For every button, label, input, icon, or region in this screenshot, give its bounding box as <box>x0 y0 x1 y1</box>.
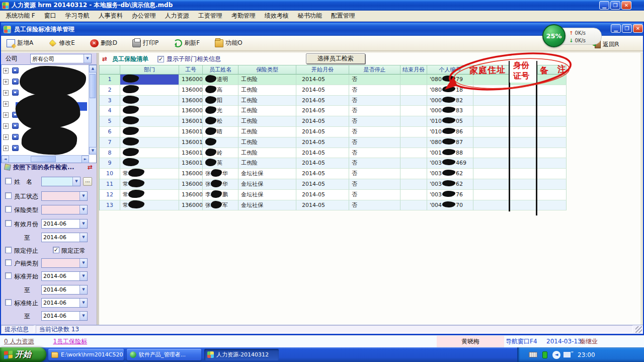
chevron-down-icon[interactable]: ▼ <box>79 220 87 228</box>
start-button[interactable]: 开始 <box>0 347 46 362</box>
limit-stop-checkbox[interactable] <box>5 247 12 253</box>
usb-device-icon[interactable] <box>542 351 547 358</box>
tree-expand-icon[interactable]: + <box>3 146 9 151</box>
table-row[interactable]: 91360014英工伤险2014-05否'003469 <box>100 158 567 169</box>
column-header[interactable]: 是否停止 <box>349 65 400 75</box>
taskbar-task-2[interactable]: 人力资源-20140312 <box>204 349 279 360</box>
menu-item-0[interactable]: 系统功能 F <box>1 11 40 21</box>
company-select[interactable]: 所有公司 ▼ <box>30 54 92 63</box>
chevron-down-icon[interactable]: ▼ <box>79 205 87 214</box>
column-header[interactable]: 个人编号 <box>427 65 473 75</box>
menu-item-3[interactable]: 人事资料 <box>94 11 127 21</box>
refresh-button[interactable]: 刷新F <box>171 37 202 49</box>
chevron-down-icon[interactable]: ▼ <box>79 272 87 280</box>
column-header[interactable]: 部门 <box>120 65 179 75</box>
table-row[interactable]: 31360008阳工伤险2014-05否'00082 <box>100 96 567 106</box>
validmonth-filter-checkbox[interactable] <box>5 220 12 227</box>
menu-item-9[interactable]: 秘书功能 <box>293 11 327 21</box>
table-row[interactable]: 61360011晴工伤险2014-05否'01086 <box>100 127 567 137</box>
window-link-insurance[interactable]: 1员工保险标 <box>53 337 87 346</box>
menu-item-5[interactable]: 人力资源 <box>160 11 194 21</box>
column-header[interactable]: 开始月份 <box>296 65 349 75</box>
stdstart-to-select[interactable]: 2014-06 ▼ <box>41 285 88 295</box>
chevron-down-icon[interactable]: ▼ <box>72 177 80 186</box>
status-select[interactable]: ▼ <box>41 191 88 201</box>
chevron-down-icon[interactable]: ▼ <box>79 299 87 307</box>
household-filter-checkbox[interactable] <box>5 259 12 266</box>
resize-grip[interactable] <box>635 326 642 333</box>
stdend-to-select[interactable]: 2014-06 ▼ <box>41 311 88 321</box>
chevron-down-icon[interactable]: ▼ <box>84 54 91 63</box>
table-row[interactable]: 41360009光工伤险2014-05否'00083 <box>100 106 567 116</box>
table-row[interactable]: 51360010松工伤险2014-05否'01005 <box>100 116 567 127</box>
tree-expand-icon[interactable]: + <box>3 90 9 96</box>
scrollbar-thumb[interactable] <box>90 74 96 98</box>
taskbar-task-1[interactable]: 软件产品_管理者... <box>127 349 201 360</box>
scrollbar-thumb[interactable] <box>31 156 56 162</box>
name-filter-checkbox[interactable] <box>5 178 12 184</box>
scroll-up-icon[interactable]: ▲ <box>89 65 97 73</box>
browse-button[interactable]: ... <box>83 177 92 186</box>
pin-icon[interactable]: ⇄ <box>102 55 107 62</box>
tree-expand-icon[interactable]: + <box>3 134 9 140</box>
validmonth-select[interactable]: 2014-06 ▼ <box>41 219 88 229</box>
stdend-select[interactable]: 2014-06 ▼ <box>41 298 88 308</box>
chevron-down-icon[interactable]: ▼ <box>79 192 87 200</box>
menu-item-1[interactable]: 窗口 <box>40 11 61 21</box>
tree-expand-icon[interactable]: + <box>3 112 9 118</box>
name-select[interactable]: ▼ <box>41 177 80 186</box>
keyboard-icon[interactable] <box>529 352 537 357</box>
close-button[interactable]: ✕ <box>621 1 631 10</box>
column-header[interactable] <box>100 65 120 75</box>
table-row[interactable]: 11360005道明工伤险2014-05否'08079 <box>100 75 567 85</box>
menu-item-8[interactable]: 绩效考核 <box>260 11 293 21</box>
function-button[interactable]: 功能O <box>212 37 245 49</box>
table-row[interactable]: 81360013岭工伤险2014-05否'00188 <box>100 148 567 159</box>
column-header[interactable] <box>473 65 510 75</box>
column-header[interactable]: 员工姓名 <box>203 65 238 75</box>
tree-expand-icon[interactable]: + <box>3 123 9 129</box>
chevron-down-icon[interactable]: ▼ <box>79 259 87 267</box>
menu-item-2[interactable]: 学习导航 <box>61 11 94 21</box>
scroll-down-icon[interactable]: ▼ <box>89 147 97 155</box>
pin-icon[interactable]: ⇄ <box>88 164 93 171</box>
memory-usage-bubble[interactable]: 25% <box>542 24 566 47</box>
column-header[interactable]: 结束月份 <box>400 65 427 75</box>
table-row[interactable]: 71360012工伤险2014-05否'08087 <box>100 137 567 148</box>
menu-item-6[interactable]: 工资管理 <box>194 11 227 21</box>
column-header[interactable] <box>538 65 567 75</box>
taskbar-task-0[interactable]: E:\work\hrm2014C520 <box>48 349 124 360</box>
stdend-filter-checkbox[interactable] <box>5 299 12 306</box>
table-row[interactable]: 13常1360004张军金坛社保2014-05否'00470 <box>100 200 567 211</box>
instype-filter-checkbox[interactable] <box>5 206 12 212</box>
menu-item-7[interactable]: 考勤管理 <box>227 11 260 21</box>
menu-item-10[interactable]: 配置管理 <box>327 11 360 21</box>
table-row[interactable]: 10常1360001张华金坛社保2014-05否'00362 <box>100 169 567 179</box>
new-button[interactable]: 新增A <box>4 37 36 49</box>
tree-expand-icon[interactable]: + <box>3 101 9 107</box>
instype-select[interactable]: ▼ <box>41 205 88 214</box>
chevron-down-icon[interactable]: ▼ <box>79 285 87 294</box>
child-restore-button[interactable]: ❐ <box>622 24 632 33</box>
edit-button[interactable]: 修改E <box>46 37 77 49</box>
limit-normal-checkbox[interactable]: ✓ <box>53 247 59 253</box>
child-close-button[interactable]: ✕ <box>633 24 643 33</box>
stdstart-filter-checkbox[interactable] <box>5 272 12 279</box>
collapse-tray-icon[interactable]: ◄ <box>552 351 560 359</box>
minimize-button[interactable]: ▁ <box>599 1 609 10</box>
tree-expand-icon[interactable]: + <box>3 68 9 74</box>
network-monitor-icon[interactable] <box>564 352 571 357</box>
show-subdept-checkbox[interactable]: ✓ <box>157 56 164 62</box>
chevron-down-icon[interactable]: ▼ <box>79 233 87 242</box>
window-link-main[interactable]: 0 人力资源 <box>4 337 34 346</box>
table-row[interactable]: 21360007高工伤险2014-05否'08018 <box>100 85 567 96</box>
delete-button[interactable]: 删除D <box>88 37 120 49</box>
table-row[interactable]: 11常1360002张华金坛社保2014-05否'00362 <box>100 179 567 190</box>
column-header[interactable] <box>510 65 538 75</box>
restore-button[interactable]: ❐ <box>610 1 620 10</box>
tree-vertical-scrollbar[interactable]: ▲ ▼ <box>89 65 96 155</box>
chevron-down-icon[interactable]: ▼ <box>79 312 87 320</box>
tree-expand-icon[interactable]: + <box>3 79 9 85</box>
nav-window-label[interactable]: 导航窗口F4 <box>506 337 537 346</box>
column-header[interactable]: 保险类型 <box>238 65 296 75</box>
